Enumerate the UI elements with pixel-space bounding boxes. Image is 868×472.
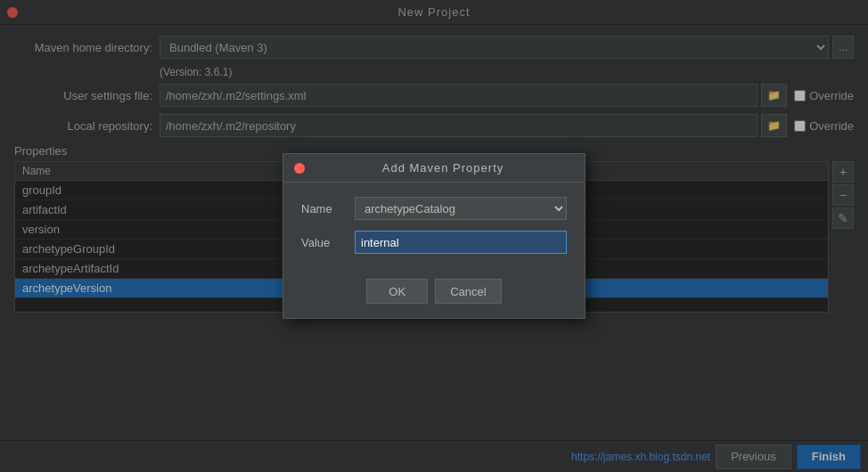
modal-title-bar: Add Maven Property — [283, 154, 585, 183]
modal-value-label: Value — [301, 236, 346, 249]
modal-title: Add Maven Property — [312, 161, 574, 175]
modal-overlay: Add Maven Property Name archetypeCatalog… — [0, 0, 868, 472]
modal-value-input[interactable] — [355, 231, 567, 254]
modal-name-select[interactable]: archetypeCatalog — [355, 197, 567, 220]
modal-value-field: Value — [301, 231, 567, 254]
add-maven-property-dialog: Add Maven Property Name archetypeCatalog… — [283, 153, 585, 319]
modal-footer: OK Cancel — [283, 279, 585, 318]
modal-close-button[interactable] — [294, 163, 305, 174]
modal-cancel-button[interactable]: Cancel — [435, 279, 501, 304]
modal-ok-button[interactable]: OK — [366, 279, 428, 304]
modal-body: Name archetypeCatalog Value — [283, 183, 585, 279]
modal-name-field: Name archetypeCatalog — [301, 197, 567, 220]
modal-name-label: Name — [301, 202, 346, 216]
